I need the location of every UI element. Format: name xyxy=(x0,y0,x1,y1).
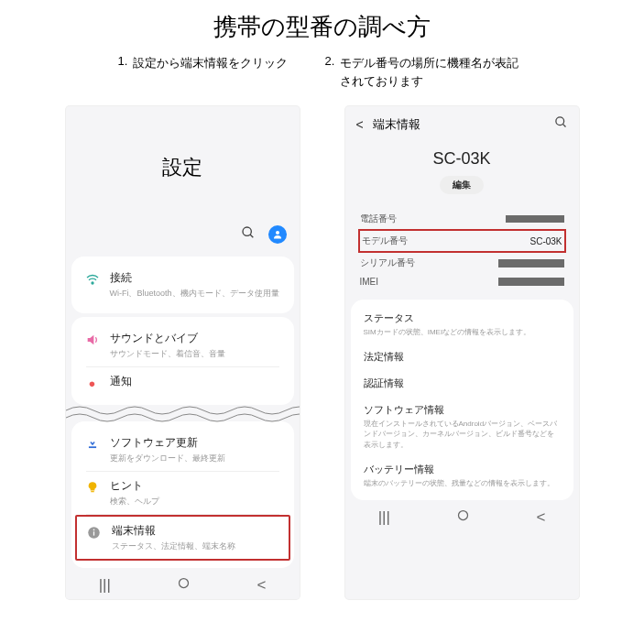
nav-back-icon[interactable]: < xyxy=(257,576,266,595)
model-block: SC-03K 編集 xyxy=(345,138,579,200)
redacted-value xyxy=(498,259,564,267)
svg-rect-5 xyxy=(91,491,94,492)
software-sub: 更新をダウンロード、最終更新 xyxy=(110,453,281,464)
section-battery[interactable]: バッテリー情報 端末のバッテリーの状態、残量などの情報を表示します。 xyxy=(351,456,573,495)
svg-rect-4 xyxy=(88,446,95,448)
settings-card-1: 接続 Wi-Fi、Bluetooth、機内モード、データ使用量 xyxy=(71,257,294,313)
phone-device-info-screenshot: < 端末情報 SC-03K 編集 電話番号 モデル番号 SC-03K シリアル番… xyxy=(345,106,579,599)
step-1-number: 1. xyxy=(118,54,128,68)
phone2-navbar: ||| < xyxy=(345,504,579,531)
device-info-title: 端末情報 xyxy=(112,523,279,539)
sound-title: サウンドとバイブ xyxy=(110,331,281,346)
nav-back-icon[interactable]: < xyxy=(536,508,545,527)
svg-rect-7 xyxy=(93,531,94,535)
redacted-value xyxy=(498,278,564,286)
phone1-navbar: ||| < xyxy=(66,572,300,599)
step-1-text: 設定から端末情報をクリック xyxy=(133,54,288,72)
page-title: 携帯の型番の調べ方 xyxy=(0,0,644,50)
svg-point-8 xyxy=(93,529,95,530)
row-sound[interactable]: サウンドとバイブ サウンドモード、着信音、音量 xyxy=(75,324,290,366)
row-notifications[interactable]: ● 通知 xyxy=(75,367,290,398)
svg-point-9 xyxy=(180,579,189,588)
wavy-separator xyxy=(66,403,300,423)
svg-point-3 xyxy=(92,282,93,284)
settings-card-2: サウンドとバイブ サウンドモード、着信音、音量 ● 通知 xyxy=(71,317,294,405)
cert-title: 認証情報 xyxy=(364,377,561,390)
connections-title: 接続 xyxy=(110,270,281,286)
svg-point-12 xyxy=(459,510,468,519)
notification-icon: ● xyxy=(84,375,101,391)
software-title: ソフトウェア更新 xyxy=(110,435,281,451)
svg-line-1 xyxy=(250,235,253,237)
device-info-header: 端末情報 xyxy=(373,116,420,133)
hints-sub: 検索、ヘルプ xyxy=(110,496,281,508)
imei-label: IMEI xyxy=(360,277,379,287)
status-title: ステータス xyxy=(364,311,561,325)
device-info-sub: ステータス、法定情報、端末名称 xyxy=(112,540,279,552)
row-software-update[interactable]: ソフトウェア更新 更新をダウンロード、最終更新 xyxy=(75,429,290,471)
section-legal[interactable]: 法定情報 xyxy=(351,344,573,370)
row-connections[interactable]: 接続 Wi-Fi、Bluetooth、機内モード、データ使用量 xyxy=(75,264,290,306)
device-info-sections: ステータス SIMカードの状態、IMEIなどの情報を表示します。 法定情報 認証… xyxy=(351,300,573,500)
row-serial: シリアル番号 xyxy=(360,253,564,273)
sw-sub: 現在インストールされているAndroidバージョン、ベースバンドバージョン、カー… xyxy=(364,419,561,450)
svg-point-2 xyxy=(276,231,279,235)
row-device-info[interactable]: 端末情報 ステータス、法定情報、端末名称 xyxy=(75,515,290,561)
wifi-icon xyxy=(84,271,101,288)
model-name: SC-03K xyxy=(345,149,579,169)
nav-recent-icon[interactable]: ||| xyxy=(99,576,111,595)
step-2-text: モデル番号の場所に機種名が表記されております xyxy=(340,54,526,90)
model-number-value: SC-03K xyxy=(529,236,562,246)
settings-title: 設定 xyxy=(66,154,300,225)
row-phone-number: 電話番号 xyxy=(360,209,564,229)
edit-button[interactable]: 編集 xyxy=(440,176,484,194)
nav-recent-icon[interactable]: ||| xyxy=(378,508,390,527)
update-icon xyxy=(84,436,101,453)
hints-title: ヒント xyxy=(110,478,281,494)
nav-home-icon[interactable] xyxy=(177,576,191,595)
info-rows: 電話番号 モデル番号 SC-03K シリアル番号 IMEI xyxy=(345,200,579,296)
svg-point-10 xyxy=(555,117,563,126)
phone2-header: < 端末情報 xyxy=(345,106,579,138)
step-2: 2. モデル番号の場所に機種名が表記されております xyxy=(324,54,526,90)
nav-home-icon[interactable] xyxy=(456,508,470,527)
steps-row: 1. 設定から端末情報をクリック 2. モデル番号の場所に機種名が表記されており… xyxy=(0,50,644,97)
phone-settings-screenshot: 設定 接続 Wi-Fi、Bluetooth、機内モード、データ使用量 xyxy=(66,106,300,599)
section-status[interactable]: ステータス SIMカードの状態、IMEIなどの情報を表示します。 xyxy=(351,305,573,344)
settings-card-3: ソフトウェア更新 更新をダウンロード、最終更新 ヒント 検索、ヘルプ 端末情報 … xyxy=(71,421,294,568)
battery-sub: 端末のバッテリーの状態、残量などの情報を表示します。 xyxy=(364,478,561,488)
section-software[interactable]: ソフトウェア情報 現在インストールされているAndroidバージョン、ベースバン… xyxy=(351,397,573,456)
svg-line-11 xyxy=(562,124,565,126)
serial-label: シリアル番号 xyxy=(360,257,415,269)
bulb-icon xyxy=(84,479,101,496)
battery-title: バッテリー情報 xyxy=(364,463,561,476)
model-number-label: モデル番号 xyxy=(362,235,408,247)
section-cert[interactable]: 認証情報 xyxy=(351,370,573,397)
sw-title: ソフトウェア情報 xyxy=(364,403,561,417)
sound-sub: サウンドモード、着信音、音量 xyxy=(110,348,281,360)
legal-title: 法定情報 xyxy=(364,350,561,364)
row-imei: IMEI xyxy=(360,273,564,290)
redacted-value xyxy=(506,215,564,223)
connections-sub: Wi-Fi、Bluetooth、機内モード、データ使用量 xyxy=(110,288,281,300)
row-model-number: モデル番号 SC-03K xyxy=(358,229,566,253)
svg-point-0 xyxy=(243,227,251,235)
phone1-header: 設定 xyxy=(66,106,300,253)
notifications-title: 通知 xyxy=(110,374,281,389)
back-icon[interactable]: < xyxy=(356,117,364,132)
step-2-number: 2. xyxy=(324,54,334,68)
phones-row: 設定 接続 Wi-Fi、Bluetooth、機内モード、データ使用量 xyxy=(0,97,644,608)
avatar-icon[interactable] xyxy=(268,225,287,244)
status-sub: SIMカードの状態、IMEIなどの情報を表示します。 xyxy=(364,327,561,337)
sound-icon xyxy=(84,332,101,348)
row-hints[interactable]: ヒント 検索、ヘルプ xyxy=(75,472,290,514)
phone-number-label: 電話番号 xyxy=(360,213,397,225)
step-1: 1. 設定から端末情報をクリック xyxy=(118,54,289,90)
info-icon xyxy=(86,524,103,540)
search-icon[interactable] xyxy=(554,115,568,133)
search-icon[interactable] xyxy=(241,225,256,244)
